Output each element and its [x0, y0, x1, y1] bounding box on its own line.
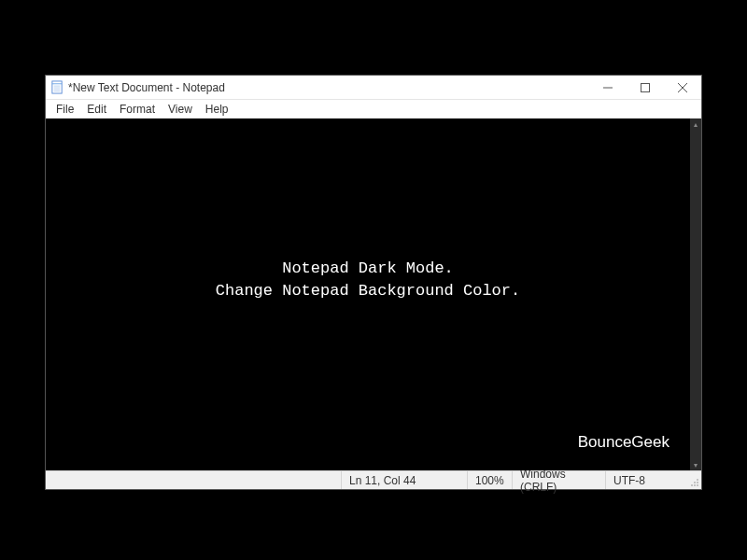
- titlebar: *New Text Document - Notepad: [46, 76, 701, 100]
- editor-line: Change Notepad Background Color.: [216, 280, 520, 303]
- menu-format[interactable]: Format: [113, 101, 162, 118]
- resize-grip-icon[interactable]: [688, 471, 701, 489]
- maximize-button[interactable]: [627, 76, 664, 99]
- svg-point-15: [697, 484, 698, 486]
- status-line-ending: Windows (CRLF): [513, 471, 606, 489]
- text-editor[interactable]: Notepad Dark Mode. Change Notepad Backgr…: [46, 119, 690, 470]
- editor-line: Notepad Dark Mode.: [216, 257, 520, 280]
- status-encoding: UTF-8: [606, 471, 688, 489]
- window-controls: [589, 76, 701, 99]
- minimize-button[interactable]: [589, 76, 627, 99]
- notepad-icon: [49, 80, 64, 95]
- status-zoom: 100%: [468, 471, 513, 489]
- menubar: File Edit Format View Help: [46, 100, 701, 119]
- notepad-window: *New Text Document - Notepad File Edit F…: [45, 75, 702, 490]
- svg-point-10: [697, 479, 698, 481]
- menu-help[interactable]: Help: [199, 101, 235, 118]
- svg-rect-7: [641, 83, 650, 91]
- menu-file[interactable]: File: [49, 101, 80, 118]
- editor-wrap: Notepad Dark Mode. Change Notepad Backgr…: [46, 119, 701, 470]
- vertical-scrollbar[interactable]: ▴ ▾: [690, 119, 701, 470]
- status-position: Ln 11, Col 44: [342, 471, 468, 489]
- svg-point-13: [691, 484, 693, 486]
- menu-view[interactable]: View: [162, 101, 199, 118]
- close-button[interactable]: [664, 76, 701, 99]
- window-title: *New Text Document - Notepad: [68, 81, 589, 94]
- svg-point-14: [694, 484, 696, 486]
- scroll-up-icon[interactable]: ▴: [690, 119, 701, 130]
- menu-edit[interactable]: Edit: [80, 101, 113, 118]
- status-spacer: [46, 471, 342, 489]
- scroll-down-icon[interactable]: ▾: [690, 459, 701, 470]
- editor-content: Notepad Dark Mode. Change Notepad Backgr…: [216, 257, 520, 302]
- svg-point-12: [697, 482, 698, 483]
- statusbar: Ln 11, Col 44 100% Windows (CRLF) UTF-8: [46, 470, 701, 489]
- svg-point-11: [694, 482, 696, 483]
- watermark: BounceGeek: [578, 433, 669, 452]
